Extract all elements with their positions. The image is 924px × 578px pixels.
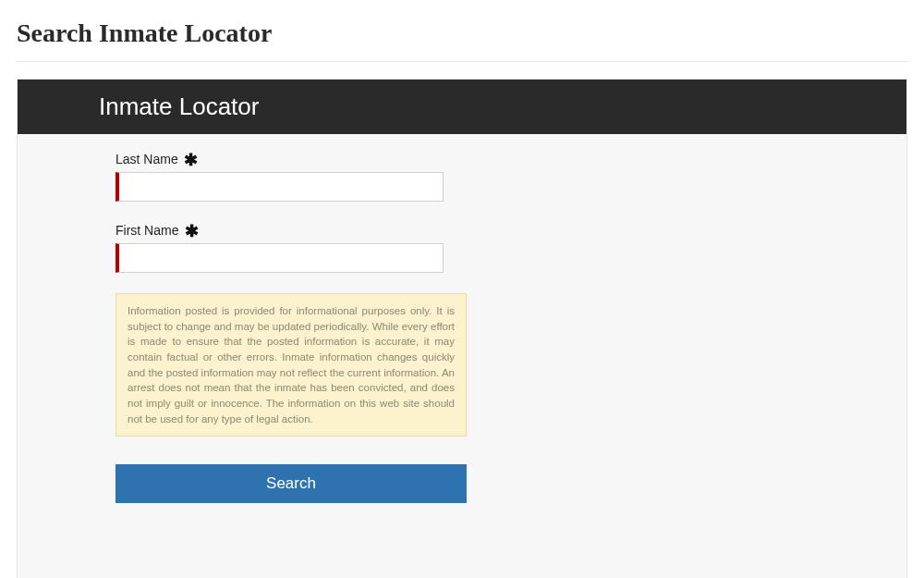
required-icon: ✱	[184, 152, 198, 168]
page-container: Search Inmate Locator Inmate Locator Las…	[0, 0, 924, 578]
disclaimer-box: Information posted is provided for infor…	[116, 293, 467, 437]
title-divider	[17, 61, 907, 62]
app-panel: Inmate Locator Last Name ✱ First Name ✱	[17, 79, 907, 578]
form-column: Last Name ✱ First Name ✱ Information pos…	[116, 151, 467, 503]
first-name-label-row: First Name ✱	[116, 222, 467, 243]
search-form: Last Name ✱ First Name ✱ Information pos…	[18, 134, 906, 531]
first-name-input[interactable]	[116, 243, 444, 273]
search-button[interactable]: Search	[116, 464, 467, 503]
last-name-label-row: Last Name ✱	[116, 151, 467, 172]
last-name-label: Last Name	[116, 152, 178, 166]
first-name-label: First Name	[116, 223, 178, 238]
required-icon: ✱	[185, 223, 199, 240]
spacer	[18, 531, 906, 578]
last-name-field-block: Last Name ✱	[116, 151, 467, 202]
first-name-field-block: First Name ✱	[116, 222, 467, 273]
last-name-input[interactable]	[116, 172, 444, 202]
page-title: Search Inmate Locator	[17, 18, 907, 48]
app-header-title: Inmate Locator	[18, 80, 906, 134]
